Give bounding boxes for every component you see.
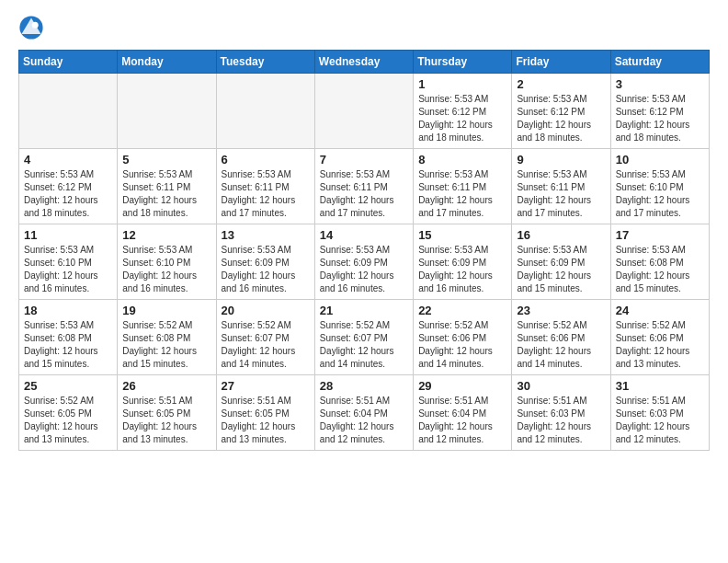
day-info: Sunrise: 5:53 AMSunset: 6:10 PMDaylight:… <box>24 244 112 295</box>
day-number: 19 <box>122 304 210 317</box>
day-info: Sunrise: 5:52 AMSunset: 6:08 PMDaylight:… <box>122 319 210 371</box>
calendar-cell <box>216 74 314 149</box>
calendar-cell: 3Sunrise: 5:53 AMSunset: 6:12 PMDaylight… <box>610 74 709 149</box>
day-info: Sunrise: 5:53 AMSunset: 6:12 PMDaylight:… <box>616 93 704 144</box>
day-number: 8 <box>418 153 506 167</box>
day-info: Sunrise: 5:51 AMSunset: 6:05 PMDaylight:… <box>222 395 310 446</box>
calendar-cell: 18Sunrise: 5:53 AMSunset: 6:08 PMDayligh… <box>19 300 118 375</box>
day-number: 14 <box>320 228 408 242</box>
calendar-week-row: 4Sunrise: 5:53 AMSunset: 6:12 PMDaylight… <box>19 149 710 224</box>
day-info: Sunrise: 5:51 AMSunset: 6:04 PMDaylight:… <box>320 395 408 446</box>
day-info: Sunrise: 5:53 AMSunset: 6:11 PMDaylight:… <box>122 168 210 220</box>
day-number: 23 <box>517 304 605 317</box>
page: SundayMondayTuesdayWednesdayThursdayFrid… <box>0 0 728 465</box>
weekday-header: Saturday <box>610 51 709 74</box>
day-number: 4 <box>24 153 112 167</box>
day-info: Sunrise: 5:53 AMSunset: 6:10 PMDaylight:… <box>616 168 704 220</box>
day-number: 30 <box>517 379 605 393</box>
calendar-cell: 14Sunrise: 5:53 AMSunset: 6:09 PMDayligh… <box>314 224 413 300</box>
day-number: 12 <box>122 228 210 242</box>
calendar-cell <box>314 74 413 149</box>
day-number: 10 <box>616 153 704 167</box>
calendar-cell: 30Sunrise: 5:51 AMSunset: 6:03 PMDayligh… <box>512 375 610 451</box>
calendar-week-row: 25Sunrise: 5:52 AMSunset: 6:05 PMDayligh… <box>19 375 710 451</box>
calendar-cell: 26Sunrise: 5:51 AMSunset: 6:05 PMDayligh… <box>118 375 216 451</box>
calendar-cell: 7Sunrise: 5:53 AMSunset: 6:11 PMDaylight… <box>314 149 413 224</box>
day-info: Sunrise: 5:53 AMSunset: 6:09 PMDaylight:… <box>418 244 506 295</box>
calendar-cell <box>118 74 216 149</box>
calendar-cell: 9Sunrise: 5:53 AMSunset: 6:11 PMDaylight… <box>512 149 610 224</box>
calendar-cell: 28Sunrise: 5:51 AMSunset: 6:04 PMDayligh… <box>314 375 413 451</box>
day-info: Sunrise: 5:51 AMSunset: 6:03 PMDaylight:… <box>616 395 704 446</box>
day-number: 13 <box>222 228 310 242</box>
calendar-cell: 1Sunrise: 5:53 AMSunset: 6:12 PMDaylight… <box>414 74 512 149</box>
day-number: 20 <box>222 304 310 317</box>
calendar-cell: 16Sunrise: 5:53 AMSunset: 6:09 PMDayligh… <box>512 224 610 300</box>
day-info: Sunrise: 5:51 AMSunset: 6:05 PMDaylight:… <box>122 395 210 446</box>
day-number: 25 <box>24 379 112 393</box>
day-number: 11 <box>24 228 112 242</box>
day-info: Sunrise: 5:53 AMSunset: 6:11 PMDaylight:… <box>418 168 506 220</box>
day-number: 6 <box>222 153 310 167</box>
day-number: 26 <box>122 379 210 393</box>
weekday-header: Wednesday <box>314 51 413 74</box>
calendar-table: SundayMondayTuesdayWednesdayThursdayFrid… <box>18 50 710 451</box>
calendar-cell: 5Sunrise: 5:53 AMSunset: 6:11 PMDaylight… <box>118 149 216 224</box>
calendar-cell: 13Sunrise: 5:53 AMSunset: 6:09 PMDayligh… <box>216 224 314 300</box>
day-info: Sunrise: 5:52 AMSunset: 6:06 PMDaylight:… <box>517 319 605 371</box>
calendar-cell: 10Sunrise: 5:53 AMSunset: 6:10 PMDayligh… <box>610 149 709 224</box>
calendar-cell: 8Sunrise: 5:53 AMSunset: 6:11 PMDaylight… <box>414 149 512 224</box>
day-number: 27 <box>222 379 310 393</box>
day-info: Sunrise: 5:53 AMSunset: 6:11 PMDaylight:… <box>517 168 605 220</box>
calendar-cell: 19Sunrise: 5:52 AMSunset: 6:08 PMDayligh… <box>118 300 216 375</box>
day-info: Sunrise: 5:53 AMSunset: 6:09 PMDaylight:… <box>517 244 605 295</box>
calendar-cell <box>19 74 118 149</box>
day-number: 1 <box>418 77 506 91</box>
day-number: 5 <box>122 153 210 167</box>
day-number: 3 <box>616 77 704 91</box>
calendar-cell: 15Sunrise: 5:53 AMSunset: 6:09 PMDayligh… <box>414 224 512 300</box>
weekday-header: Friday <box>512 51 610 74</box>
calendar-cell: 22Sunrise: 5:52 AMSunset: 6:06 PMDayligh… <box>414 300 512 375</box>
day-info: Sunrise: 5:51 AMSunset: 6:03 PMDaylight:… <box>517 395 605 446</box>
day-number: 15 <box>418 228 506 242</box>
day-info: Sunrise: 5:53 AMSunset: 6:12 PMDaylight:… <box>24 168 112 220</box>
day-info: Sunrise: 5:52 AMSunset: 6:05 PMDaylight:… <box>24 395 112 446</box>
day-info: Sunrise: 5:52 AMSunset: 6:07 PMDaylight:… <box>222 319 310 371</box>
day-info: Sunrise: 5:53 AMSunset: 6:10 PMDaylight:… <box>122 244 210 295</box>
day-number: 16 <box>517 228 605 242</box>
calendar-cell: 21Sunrise: 5:52 AMSunset: 6:07 PMDayligh… <box>314 300 413 375</box>
day-info: Sunrise: 5:53 AMSunset: 6:12 PMDaylight:… <box>517 93 605 144</box>
day-number: 17 <box>616 228 704 242</box>
calendar-cell: 2Sunrise: 5:53 AMSunset: 6:12 PMDaylight… <box>512 74 610 149</box>
calendar-cell: 17Sunrise: 5:53 AMSunset: 6:08 PMDayligh… <box>610 224 709 300</box>
day-info: Sunrise: 5:53 AMSunset: 6:08 PMDaylight:… <box>24 319 112 371</box>
calendar-week-row: 1Sunrise: 5:53 AMSunset: 6:12 PMDaylight… <box>19 74 710 149</box>
day-info: Sunrise: 5:51 AMSunset: 6:04 PMDaylight:… <box>418 395 506 446</box>
weekday-header: Monday <box>118 51 216 74</box>
calendar-cell: 31Sunrise: 5:51 AMSunset: 6:03 PMDayligh… <box>610 375 709 451</box>
calendar-cell: 6Sunrise: 5:53 AMSunset: 6:11 PMDaylight… <box>216 149 314 224</box>
day-info: Sunrise: 5:53 AMSunset: 6:08 PMDaylight:… <box>616 244 704 295</box>
day-number: 31 <box>616 379 704 393</box>
day-number: 9 <box>517 153 605 167</box>
day-number: 24 <box>616 304 704 317</box>
calendar-cell: 27Sunrise: 5:51 AMSunset: 6:05 PMDayligh… <box>216 375 314 451</box>
day-number: 28 <box>320 379 408 393</box>
day-number: 7 <box>320 153 408 167</box>
day-number: 21 <box>320 304 408 317</box>
logo <box>18 15 48 40</box>
logo-icon <box>18 15 44 40</box>
calendar-cell: 20Sunrise: 5:52 AMSunset: 6:07 PMDayligh… <box>216 300 314 375</box>
day-info: Sunrise: 5:53 AMSunset: 6:11 PMDaylight:… <box>320 168 408 220</box>
calendar-cell: 4Sunrise: 5:53 AMSunset: 6:12 PMDaylight… <box>19 149 118 224</box>
svg-point-2 <box>32 22 39 29</box>
calendar-cell: 12Sunrise: 5:53 AMSunset: 6:10 PMDayligh… <box>118 224 216 300</box>
calendar-cell: 11Sunrise: 5:53 AMSunset: 6:10 PMDayligh… <box>19 224 118 300</box>
calendar-cell: 24Sunrise: 5:52 AMSunset: 6:06 PMDayligh… <box>610 300 709 375</box>
day-number: 18 <box>24 304 112 317</box>
calendar-cell: 25Sunrise: 5:52 AMSunset: 6:05 PMDayligh… <box>19 375 118 451</box>
weekday-header: Sunday <box>19 51 118 74</box>
day-info: Sunrise: 5:53 AMSunset: 6:11 PMDaylight:… <box>222 168 310 220</box>
day-number: 29 <box>418 379 506 393</box>
